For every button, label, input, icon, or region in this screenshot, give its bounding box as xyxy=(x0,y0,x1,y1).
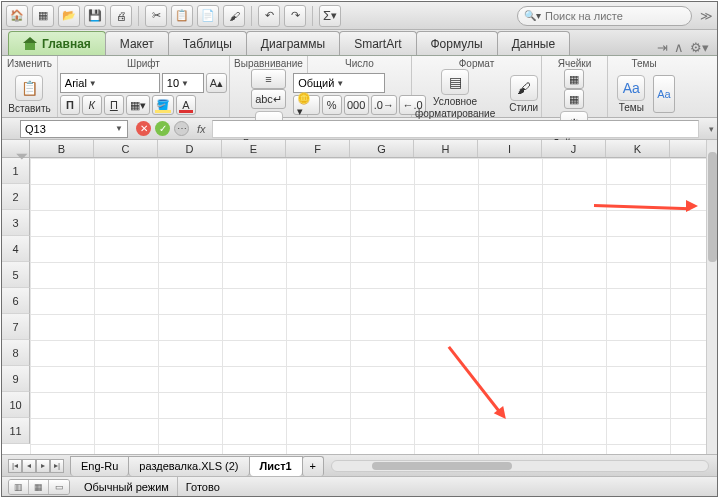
tab-data[interactable]: Данные xyxy=(497,31,570,55)
tab-smartart[interactable]: SmartArt xyxy=(339,31,416,55)
formula-input[interactable] xyxy=(212,120,699,138)
font-grow-icon[interactable]: A▴ xyxy=(206,73,227,93)
view-layout-icon[interactable]: ▦ xyxy=(29,480,49,494)
format-painter-icon[interactable]: 🖌 xyxy=(223,5,245,27)
col-header[interactable]: E xyxy=(222,140,286,157)
cell-area[interactable] xyxy=(30,158,717,454)
bold-button[interactable]: П xyxy=(60,95,80,115)
row-header[interactable]: 7 xyxy=(2,314,30,340)
font-name-combo[interactable]: Arial▼ xyxy=(60,73,160,93)
col-header[interactable]: G xyxy=(350,140,414,157)
italic-button[interactable]: К xyxy=(82,95,102,115)
gallery-icon[interactable]: ▦ xyxy=(32,5,54,27)
dec-inc-icon[interactable]: .0→ xyxy=(371,95,398,115)
align-left-icon[interactable]: ≡ xyxy=(251,69,286,89)
conditional-formatting-button[interactable]: ▤ Условное форматирование xyxy=(411,69,499,119)
font-size-combo[interactable]: 10▼ xyxy=(162,73,204,93)
undo-icon[interactable]: ↶ xyxy=(258,5,280,27)
save-icon[interactable]: 💾 xyxy=(84,5,106,27)
paste-label: Вставить xyxy=(8,103,50,114)
col-header[interactable]: J xyxy=(542,140,606,157)
ribbon-collapse-icon[interactable]: ∧ xyxy=(674,40,684,55)
paste-icon[interactable]: 📄 xyxy=(197,5,219,27)
delete-cell-icon[interactable]: ▦ xyxy=(564,89,584,109)
print-icon[interactable]: 🖨 xyxy=(110,5,132,27)
search-input[interactable] xyxy=(545,10,685,22)
paste-big-icon[interactable]: 📋 xyxy=(15,75,43,101)
row-header[interactable]: 8 xyxy=(2,340,30,366)
row-header[interactable]: 6 xyxy=(2,288,30,314)
cancel-formula-icon[interactable]: ✕ xyxy=(136,121,151,136)
horizontal-scroll-thumb[interactable] xyxy=(372,462,512,470)
row-header[interactable]: 9 xyxy=(2,366,30,392)
col-header[interactable]: B xyxy=(30,140,94,157)
view-normal-icon[interactable]: ▥ xyxy=(9,480,29,494)
redo-icon[interactable]: ↷ xyxy=(284,5,306,27)
copy-icon[interactable]: 📋 xyxy=(171,5,193,27)
col-header[interactable]: D xyxy=(158,140,222,157)
sheet-last-icon[interactable]: ▸| xyxy=(50,459,64,473)
select-all-corner[interactable] xyxy=(2,140,30,157)
accept-formula-icon[interactable]: ✓ xyxy=(155,121,170,136)
number-format-combo[interactable]: Общий▼ xyxy=(293,73,385,93)
row-header[interactable]: 5 xyxy=(2,262,30,288)
row-header[interactable]: 1 xyxy=(2,158,30,184)
sheet-first-icon[interactable]: |◂ xyxy=(8,459,22,473)
column-headers: B C D E F G H I J K xyxy=(2,140,717,158)
group-themes-title: Темы xyxy=(631,58,656,71)
row-header[interactable]: 3 xyxy=(2,210,30,236)
insert-cell-icon[interactable]: ▦ xyxy=(564,69,584,89)
sheet-search[interactable]: 🔍▾ xyxy=(517,6,692,26)
percent-icon[interactable]: % xyxy=(322,95,342,115)
open-icon[interactable]: 📂 xyxy=(58,5,80,27)
col-header[interactable]: I xyxy=(478,140,542,157)
home-icon[interactable]: 🏠 xyxy=(6,5,28,27)
col-header[interactable]: C xyxy=(94,140,158,157)
sheet-next-icon[interactable]: ▸ xyxy=(36,459,50,473)
sheet-prev-icon[interactable]: ◂ xyxy=(22,459,36,473)
col-header[interactable]: H xyxy=(414,140,478,157)
tab-charts[interactable]: Диаграммы xyxy=(246,31,340,55)
thousands-icon[interactable]: 000 xyxy=(344,95,369,115)
theme-fonts-icon[interactable]: Aa xyxy=(653,75,674,113)
themes-icon: Aa xyxy=(617,75,645,101)
expand-toolbar-icon[interactable]: ≫ xyxy=(700,9,713,23)
sheet-tab-active[interactable]: Лист1 xyxy=(249,456,303,476)
styles-button[interactable]: 🖌 Стили xyxy=(505,75,542,113)
ribbon-tabs: Главная Макет Таблицы Диаграммы SmartArt… xyxy=(2,30,717,56)
sheet-tab-bar: |◂ ◂ ▸ ▸| Eng-Ru раздевалка.XLS (2) Лист… xyxy=(2,454,717,476)
sheet-tab[interactable]: Eng-Ru xyxy=(70,456,129,476)
fx-label[interactable]: fx xyxy=(197,123,206,135)
view-pagebreak-icon[interactable]: ▭ xyxy=(49,480,69,494)
currency-icon[interactable]: 🪙▾ xyxy=(293,95,319,115)
tab-layout[interactable]: Макет xyxy=(105,31,169,55)
vertical-scrollbar[interactable] xyxy=(706,140,717,454)
wrap-text-icon[interactable]: abc↵ xyxy=(251,89,286,109)
tab-tables[interactable]: Таблицы xyxy=(168,31,247,55)
formula-menu-icon[interactable]: ⋯ xyxy=(174,121,189,136)
name-box[interactable]: Q13 ▼ xyxy=(20,120,128,138)
font-color-button[interactable]: A xyxy=(176,95,196,115)
formula-expand-icon[interactable]: ▾ xyxy=(705,124,717,134)
row-header[interactable]: 2 xyxy=(2,184,30,210)
autosum-button[interactable]: Σ▾ xyxy=(319,5,341,27)
tab-home[interactable]: Главная xyxy=(8,31,106,55)
tab-formulas[interactable]: Формулы xyxy=(416,31,498,55)
add-sheet-button[interactable]: + xyxy=(302,456,324,476)
themes-button[interactable]: Aa Темы xyxy=(613,75,649,113)
ribbon-settings-icon[interactable]: ⚙▾ xyxy=(690,40,709,55)
underline-button[interactable]: П xyxy=(104,95,124,115)
border-button[interactable]: ▦▾ xyxy=(126,95,150,115)
vertical-scroll-thumb[interactable] xyxy=(708,152,717,262)
row-header[interactable]: 4 xyxy=(2,236,30,262)
col-header[interactable]: F xyxy=(286,140,350,157)
col-header[interactable]: K xyxy=(606,140,670,157)
ribbon-scroll-icon[interactable]: ⇥ xyxy=(657,40,668,55)
row-header[interactable]: 10 xyxy=(2,392,30,418)
fill-color-button[interactable]: 🪣 xyxy=(152,95,174,115)
cut-icon[interactable]: ✂ xyxy=(145,5,167,27)
ribbon: Изменить 📋 Вставить Шрифт Arial▼ 10▼ xyxy=(2,56,717,118)
sheet-tab[interactable]: раздевалка.XLS (2) xyxy=(128,456,249,476)
horizontal-scrollbar[interactable] xyxy=(331,460,709,472)
row-header[interactable]: 11 xyxy=(2,418,30,444)
